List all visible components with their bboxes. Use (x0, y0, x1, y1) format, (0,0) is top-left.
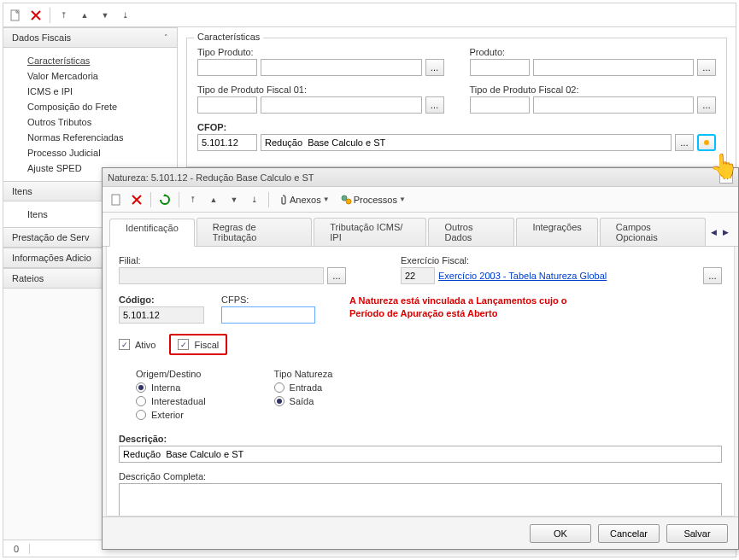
exercicio-lookup-button[interactable]: … (703, 267, 722, 284)
refresh-icon[interactable] (156, 191, 173, 208)
fieldset-title: Características (194, 32, 263, 42)
codigo-label: Código: (119, 295, 204, 305)
main-toolbar: ⤒ ▲ ▼ ⤓ (3, 3, 736, 27)
sidebar-item-caracteristicas[interactable]: Características (3, 53, 177, 68)
radio-exterior[interactable]: Exterior (136, 410, 206, 420)
cfps-input[interactable] (221, 306, 315, 324)
tpf2-label: Tipo de Produto Fiscal 02: (470, 85, 717, 95)
dialog-tabs: Identificação Regras de Tributação Tribu… (103, 213, 738, 247)
sidebar-section-dados-fiscais[interactable]: Dados Fiscais ˄ (3, 27, 177, 48)
tpf1-desc-input[interactable] (261, 96, 422, 114)
chevron-up-icon: ˄ (164, 33, 168, 42)
dialog-title-text: Natureza: 5.101.12 - Redução Base Calcul… (108, 172, 314, 183)
tpf1-code-input[interactable] (197, 96, 257, 114)
natureza-dialog: Natureza: 5.101.12 - Redução Base Calcul… (102, 167, 739, 550)
cancel-button[interactable]: Cancelar (598, 524, 660, 543)
tab-scroll-right-icon[interactable]: ▶ (719, 226, 731, 238)
fiscal-label: Fiscal (194, 340, 219, 350)
nav-next-icon[interactable]: ▼ (226, 191, 243, 208)
nav-last-icon[interactable]: ⤓ (246, 191, 263, 208)
processos-dropdown[interactable]: Processos ▼ (337, 191, 409, 208)
tab-identificacao[interactable]: Identificação (109, 219, 195, 247)
status-count: 0 (10, 544, 30, 554)
anexos-dropdown[interactable]: Anexos ▼ (274, 191, 333, 208)
checkbox-icon: ✓ (119, 339, 130, 350)
tipo-nat-title: Tipo Natureza (274, 369, 333, 379)
checkbox-icon: ✓ (178, 339, 189, 350)
desc-completa-label: Descrição Completa: (119, 471, 722, 481)
tipo-produto-desc-input[interactable] (261, 59, 422, 76)
toolbar-separator (268, 192, 269, 207)
save-button[interactable]: Salvar (666, 524, 728, 543)
section-title: Dados Fiscais (12, 32, 71, 43)
tpf1-label: Tipo de Produto Fiscal 01: (197, 85, 444, 95)
warning-text: A Natureza está vinculada a Lançamentos … (349, 295, 623, 321)
cfop-desc-input[interactable] (261, 134, 672, 151)
tipo-natureza-group: Tipo Natureza Entrada Saída (257, 365, 333, 423)
filial-input (119, 267, 324, 284)
descricao-input[interactable] (119, 446, 722, 463)
new-doc-icon[interactable] (7, 7, 24, 24)
ok-button[interactable]: OK (530, 524, 591, 543)
tab-tributacao-icms-ipi[interactable]: Tributação ICMS/ IPI (314, 218, 426, 246)
nav-first-icon[interactable]: ⤒ (185, 191, 202, 208)
radio-entrada[interactable]: Entrada (274, 382, 333, 393)
produto-desc-input[interactable] (533, 59, 695, 76)
tab-integracoes[interactable]: Integrações (516, 218, 597, 246)
new-doc-icon[interactable] (108, 191, 125, 208)
tab-outros-dados[interactable]: Outros Dados (428, 218, 514, 246)
dialog-toolbar: ⤒ ▲ ▼ ⤓ Anexos ▼ Processos ▼ (103, 187, 738, 213)
exercicio-link[interactable]: Exercício 2003 - Tabela Natureza Global (438, 271, 700, 281)
radio-saida[interactable]: Saída (274, 396, 333, 406)
tab-campos-opcionais[interactable]: Campos Opcionais (600, 218, 706, 246)
nav-next-icon[interactable]: ▼ (97, 7, 114, 24)
produto-code-input[interactable] (470, 59, 530, 76)
tpf2-desc-input[interactable] (533, 96, 695, 114)
ativo-checkbox[interactable]: ✓ Ativo (119, 339, 155, 350)
nav-first-icon[interactable]: ⤒ (56, 7, 73, 24)
sidebar-item-processo-judicial[interactable]: Processo Judicial (3, 145, 177, 160)
sidebar-item-icms-ipi[interactable]: ICMS e IPI (3, 84, 177, 99)
ativo-label: Ativo (135, 340, 155, 350)
desc-completa-input[interactable] (119, 483, 722, 516)
filial-lookup-button[interactable]: … (327, 267, 346, 284)
tab-regras-tributacao[interactable]: Regras de Tributação (196, 218, 312, 246)
sidebar-item-normas[interactable]: Normas Referenciadas (3, 130, 177, 145)
cfop-detail-button[interactable] (697, 134, 716, 151)
nav-prev-icon[interactable]: ▲ (205, 191, 222, 208)
fiscal-checkbox[interactable]: ✓ Fiscal (178, 339, 219, 350)
close-icon[interactable] (27, 7, 44, 24)
paperclip-icon (278, 194, 288, 206)
sidebar-item-valor-mercadoria[interactable]: Valor Mercadoria (3, 68, 177, 84)
tpf2-code-input[interactable] (470, 96, 530, 114)
nav-last-icon[interactable]: ⤓ (117, 7, 134, 24)
produto-label: Produto: (470, 47, 717, 57)
cfop-lookup-button[interactable]: … (675, 134, 694, 151)
radio-icon (136, 410, 146, 420)
dialog-close-button[interactable]: ✕ (719, 172, 733, 184)
nav-prev-icon[interactable]: ▲ (76, 7, 93, 24)
svg-point-4 (346, 199, 351, 204)
filial-label: Filial: (119, 255, 367, 265)
radio-interna[interactable]: Interna (136, 382, 206, 393)
origem-title: Origem/Destino (136, 369, 206, 379)
dropdown-arrow-icon: ▼ (399, 195, 406, 203)
tab-scroll-left-icon[interactable]: ◀ (707, 226, 719, 238)
fiscal-highlight: ✓ Fiscal (169, 334, 227, 355)
tpf2-lookup-button[interactable]: … (697, 96, 716, 114)
sidebar-item-composicao-frete[interactable]: Composição do Frete (3, 99, 177, 114)
tipo-produto-lookup-button[interactable]: … (425, 59, 444, 76)
cfop-code-input[interactable] (197, 134, 257, 151)
processos-label: Processos (354, 195, 397, 205)
produto-lookup-button[interactable]: … (697, 59, 716, 76)
toolbar-separator (179, 192, 179, 207)
svg-rect-2 (112, 195, 120, 205)
tipo-produto-code-input[interactable] (197, 59, 257, 76)
radio-interestadual[interactable]: Interestadual (136, 396, 206, 406)
close-icon[interactable] (128, 191, 145, 208)
tpf1-lookup-button[interactable]: … (425, 96, 444, 114)
tipo-produto-label: Tipo Produto: (197, 47, 444, 57)
fieldset-caracteristicas: Características Tipo Produto: … Produto: (186, 38, 727, 167)
radio-icon (274, 382, 284, 393)
sidebar-item-outros-tributos[interactable]: Outros Tributos (3, 114, 177, 130)
